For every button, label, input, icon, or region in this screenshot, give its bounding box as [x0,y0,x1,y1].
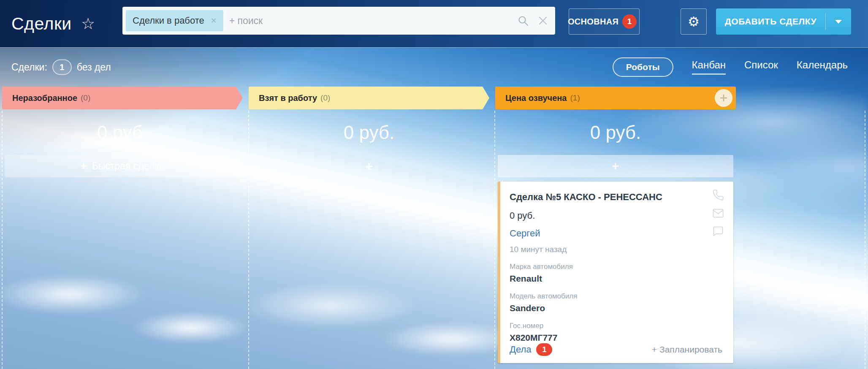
field-value: Renault [510,274,722,284]
stage-name: Неразобранное [12,93,77,103]
add-deal-drop-bar[interactable]: + [498,155,733,177]
field-label: Гос.номер [510,322,722,330]
add-deal-button[interactable]: ДОБАВИТЬ СДЕЛКУ [716,8,851,35]
favorite-star-icon[interactable]: ☆ [81,15,95,33]
tasks-label: Дела [510,344,531,355]
top-bar: Сделки ☆ Сделки в работе × ОСНОВНАЯ 1 ⚙ [0,0,868,47]
plus-icon [719,94,728,102]
pipeline-badge: 1 [622,14,637,29]
tab-kanban[interactable]: Канбан [692,59,726,75]
stage-count: (0) [81,93,90,103]
stage-sum: 0 руб. [249,122,489,143]
schedule-task-link[interactable]: + Запланировать [652,345,722,355]
field-label: Модель автомобиля [510,292,722,301]
field-value: Х820МГ777 [510,333,722,343]
stage-name: Взят в работу [259,93,317,103]
tag-close-icon[interactable]: × [211,15,217,26]
deal-field-model: Модель автомобиля Sandero [510,292,722,313]
deal-title: Сделка №5 КАСКО - РЕНЕССАНС [510,192,722,203]
add-deal-label: ДОБАВИТЬ СДЕЛКУ [716,16,825,27]
kanban-board: Неразобранное (0) 0 руб. + Быстрая сделк… [2,87,736,363]
stage-header-price-announced: Цена озвучена (1) [495,87,736,109]
deal-field-plate: Гос.номер Х820МГ777 [510,322,722,343]
deals-counter-suffix: без дел [77,61,111,73]
add-deal-here-button[interactable]: + [249,155,489,177]
sub-header: Сделки: 1 без дел Роботы Канбан Список К… [0,47,868,86]
phone-icon[interactable] [712,189,724,201]
stage-column-unsorted: Неразобранное (0) 0 руб. + Быстрая сделк… [2,87,243,363]
robots-button[interactable]: Роботы [613,57,673,77]
stage-count: (0) [320,93,330,103]
search-icon[interactable] [518,15,529,27]
email-icon[interactable] [712,207,724,219]
search-filter-tag[interactable]: Сделки в работе × [126,10,223,31]
tasks-link[interactable]: Дела 1 [510,343,552,356]
page-title: Сделки [11,14,72,34]
gear-icon: ⚙ [688,14,700,29]
quick-deal-button[interactable]: + Быстрая сделка [5,155,240,177]
search-input[interactable] [229,15,518,27]
deals-counter: Сделки: 1 без дел [11,59,111,75]
stage-column-price-announced: Цена озвучена (1) 0 руб. + Сделка №5 КАС… [495,87,736,363]
deal-price: 0 руб. [510,210,722,221]
quick-deal-label: Быстрая сделка [92,160,165,172]
deal-contact-link[interactable]: Сергей [510,228,540,239]
search-tag-label: Сделки в работе [133,15,204,26]
pipeline-selector-button[interactable]: ОСНОВНАЯ 1 [569,8,640,35]
clear-search-icon[interactable] [538,16,548,25]
add-stage-button[interactable] [715,89,732,107]
pipeline-name: ОСНОВНАЯ [568,17,618,27]
stage-count: (1) [570,93,580,103]
stage-column-in-progress: Взят в работу (0) 0 руб. + [249,87,489,363]
search-box[interactable]: Сделки в работе × [122,7,555,35]
chat-icon[interactable] [712,225,724,237]
field-value: Sandero [510,303,722,313]
settings-button[interactable]: ⚙ [681,8,707,35]
stage-header-in-progress: Взят в работу (0) [249,87,489,109]
deal-updated-time: 10 минут назад [510,245,722,254]
column-guide [865,111,865,369]
deal-field-brand: Марка автомобиля Renault [510,263,722,284]
stage-sum: 0 руб. [2,122,243,143]
deal-card-footer: Дела 1 + Запланировать [510,342,722,357]
tab-calendar[interactable]: Календарь [797,59,848,75]
deal-card[interactable]: Сделка №5 КАСКО - РЕНЕССАНС 0 руб. Серге… [498,182,733,363]
add-deal-menu-button[interactable] [826,20,851,24]
stage-header-unsorted: Неразобранное (0) [2,87,243,109]
tab-list[interactable]: Список [744,59,778,75]
plus-icon: + [80,160,87,173]
stage-sum: 0 руб. [495,122,736,143]
deals-counter-label: Сделки: [11,61,47,73]
stage-name: Цена озвучена [505,93,567,103]
tasks-count-badge: 1 [536,343,552,356]
field-label: Марка автомобиля [510,263,722,271]
deals-count-pill[interactable]: 1 [52,59,72,75]
caret-down-icon [835,20,842,24]
